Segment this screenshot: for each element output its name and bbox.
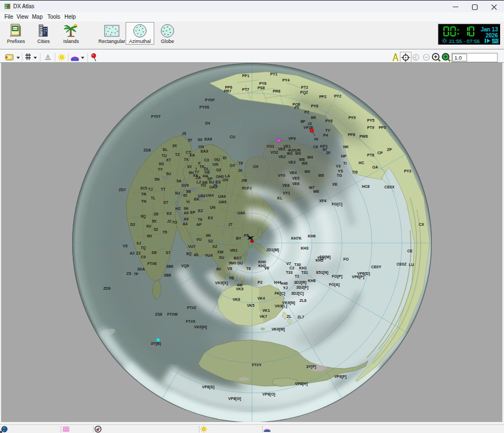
svg-text:A9: A9 [184,211,189,215]
svg-text:FT#Y: FT#Y [252,363,261,367]
svg-text:ZD9: ZD9 [103,286,110,290]
svg-text:HC: HC [359,161,364,165]
svg-text:HK: HK [343,145,349,149]
svg-text:EX: EX [208,216,213,220]
svg-text:4Z: 4Z [183,193,188,197]
svg-text:YB: YB [229,276,234,280]
svg-text:5N: 5N [155,177,160,181]
svg-text:VK0[M]: VK0[M] [272,327,285,332]
svg-text:OX: OX [253,165,258,169]
svg-text:H44: H44 [274,280,281,284]
svg-text:VK4: VK4 [257,296,265,300]
svg-text:TR: TR [141,192,146,196]
svg-text:TG: TG [337,174,342,177]
svg-text:W4: W4 [307,155,313,159]
svg-text:Z8: Z8 [154,212,158,216]
svg-text:UA6: UA6 [198,194,205,198]
svg-text:CE0X: CE0X [384,185,395,189]
svg-text:AP: AP [196,223,202,226]
svg-text:PZ: PZ [305,110,310,114]
svg-text:FO[P]: FO[P] [332,274,342,279]
svg-text:ZS: ZS [127,272,132,275]
svg-text:J2: J2 [167,219,171,223]
svg-text:ES: ES [215,180,221,184]
svg-text:VP6[P]: VP6[P] [352,275,365,279]
svg-text:SU: SU [175,191,180,195]
svg-text:TU: TU [161,154,166,158]
svg-text:TI9: TI9 [352,170,357,174]
svg-text:FO[M]: FO[M] [319,255,330,259]
svg-text:UTC: UTC [491,39,499,43]
svg-text:5Z: 5Z [154,228,159,231]
svg-text:HZ: HZ [175,207,181,210]
svg-text:OZ: OZ [216,168,221,172]
svg-text:VE3: VE3 [288,160,295,164]
svg-text:Jan 13: Jan 13 [481,26,498,33]
svg-text:7Q: 7Q [140,246,146,250]
svg-text:8R: 8R [311,116,316,120]
svg-text:9A: 9A [193,174,198,177]
svg-text:ZL: ZL [287,315,292,318]
svg-text:KH3: KH3 [301,246,308,250]
svg-text:3Y[P]: 3Y[P] [306,365,316,369]
svg-text:OE: OE [204,170,210,174]
svg-text:PP2: PP2 [319,95,326,99]
svg-text:UA9: UA9 [218,194,226,198]
svg-text:TN: TN [141,199,146,203]
svg-text:YI: YI [186,200,190,204]
svg-text:5T: 5T [188,138,193,142]
svg-text:EK: EK [194,197,199,201]
svg-text:VK9: VK9 [236,287,243,291]
svg-text:EZ: EZ [198,209,204,213]
svg-text:W7: W7 [309,186,315,190]
svg-text:KH1: KH1 [299,266,307,270]
svg-text:KH0: KH0 [258,260,266,264]
svg-text:W9: W9 [302,161,308,165]
svg-text:3DA: 3DA [137,267,145,271]
svg-text:YL: YL [214,183,219,187]
svg-text:T8: T8 [246,267,251,270]
svg-text:ZD7: ZD7 [118,188,126,192]
svg-text:YJ: YJ [283,286,288,290]
svg-text:GU: GU [214,158,220,161]
svg-text:PY8: PY8 [325,119,332,123]
svg-text:VU4: VU4 [205,253,213,257]
svg-text:OY: OY [230,164,235,167]
svg-text:7X: 7X [184,158,189,161]
svg-text:D4: D4 [205,121,210,125]
svg-text:TI: TI [343,161,346,165]
svg-text:V8: V8 [227,267,232,270]
svg-text:A4: A4 [183,222,188,226]
svg-text:C6: C6 [313,145,318,149]
svg-text:HI: HI [315,137,318,141]
svg-text:0J: 0J [137,241,141,245]
svg-text:PT2: PT2 [301,85,308,89]
svg-text:9G: 9G [159,162,164,166]
svg-text:PY4: PY4 [282,78,289,82]
svg-text:XF4: XF4 [319,199,327,203]
svg-text:S7: S7 [166,251,171,255]
svg-text:T33: T33 [286,270,292,274]
svg-text:KH7K: KH7K [291,236,301,240]
svg-text:LU: LU [409,263,414,267]
svg-text:P2: P2 [258,280,263,284]
svg-text:VE2: VE2 [278,155,285,159]
svg-text:J5: J5 [182,132,186,136]
svg-text:3D2[F]: 3D2[F] [296,285,308,290]
svg-text:FO[A]: FO[A] [329,283,339,287]
svg-text:VP8[H]: VP8[H] [295,382,308,386]
svg-text:EI: EI [223,156,227,160]
svg-text:2026: 2026 [486,33,498,39]
svg-text:CN: CN [198,145,204,149]
svg-text:VP8[G]: VP8[G] [228,397,241,401]
svg-text:8P: 8P [301,120,306,123]
svg-text:PY3: PY3 [404,169,411,173]
svg-text:F: F [198,161,201,165]
svg-text:W8: W8 [299,158,305,161]
svg-text:W6: W6 [313,190,319,193]
svg-text:PP8: PP8 [348,133,355,137]
svg-text:ZL7: ZL7 [297,315,305,319]
svg-text:FT#E: FT#E [147,262,156,266]
svg-text:Z2: Z2 [136,251,140,255]
svg-text:TY: TY [158,167,163,171]
